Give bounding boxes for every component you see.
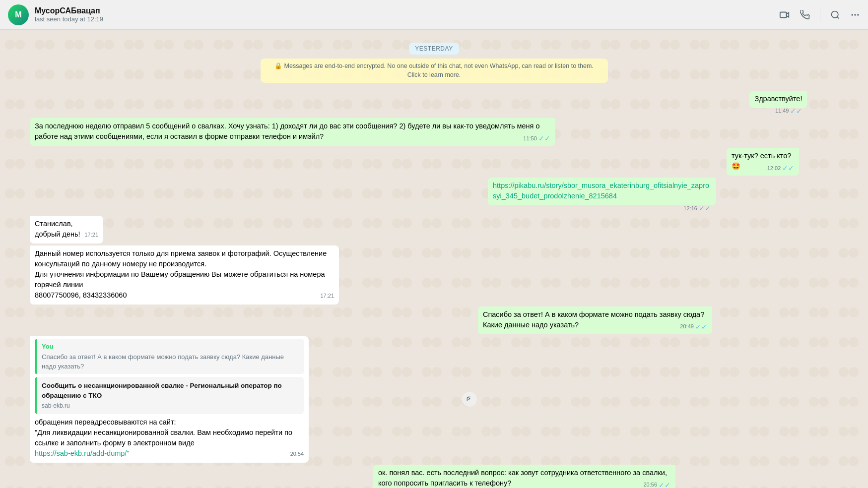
message-row: You Спасибо за ответ! А в каком формате … — [30, 336, 838, 463]
sent-bubble: Здравствуйте!11:49 ✓✓ — [749, 91, 807, 108]
message-link[interactable]: https://pikabu.ru/story/sbor_musora_ekat… — [493, 181, 711, 201]
date-badge: YESTERDAY — [30, 44, 838, 53]
svg-line-2 — [837, 16, 839, 18]
contact-name: МусорСАБвацап — [35, 6, 779, 15]
header-divider — [820, 9, 820, 21]
search-icon[interactable] — [830, 10, 840, 20]
message-time: 17:21 — [85, 231, 99, 239]
bubble-container: тук-тук? есть кто? 🤩12:02 ✓✓ — [727, 148, 838, 176]
bubble-container: Станислав, добрый день!17:21 — [30, 216, 143, 244]
message-time: 20:54 — [290, 450, 304, 458]
svg-rect-0 — [780, 12, 787, 17]
bubble-container: Спасибо за ответ! А в каком формате можн… — [478, 306, 838, 334]
header-actions — [779, 9, 860, 21]
contact-status: last seen today at 12:19 — [35, 15, 779, 23]
message-row: За последнюю неделю отправил 5 сообщений… — [30, 118, 838, 146]
message-row: ок. понял вас. есть последний вопрос: ка… — [30, 465, 838, 488]
bubble-container: За последнюю неделю отправил 5 сообщений… — [30, 118, 838, 146]
received-bubble: You Спасибо за ответ! А в каком формате … — [30, 336, 309, 463]
sent-bubble: тук-тук? есть кто? 🤩12:02 ✓✓ — [727, 148, 799, 176]
message-text: Здравствуйте! — [754, 95, 802, 103]
message-time: 11:50 ✓✓ — [523, 133, 550, 143]
received-bubble: Станислав, добрый день!17:21 — [30, 216, 103, 244]
read-checkmarks: ✓✓ — [538, 133, 550, 143]
contact-info[interactable]: МусорСАБвацап last seen today at 12:19 — [35, 6, 779, 23]
read-checkmarks: ✓✓ — [659, 480, 670, 488]
more-options-icon[interactable] — [850, 10, 860, 20]
phone-call-icon[interactable] — [800, 10, 810, 20]
sent-bubble: Спасибо за ответ! А в каком формате можн… — [478, 306, 712, 334]
message-text: ок. понял вас. есть последний вопрос: ка… — [378, 469, 667, 487]
bubble-container: You Спасибо за ответ! А в каком формате … — [30, 336, 459, 463]
bubble-container: https://pikabu.ru/story/sbor_musora_ekat… — [488, 178, 838, 213]
read-checkmarks: ✓✓ — [790, 106, 802, 116]
message-text: За последнюю неделю отправил 5 сообщений… — [35, 122, 540, 140]
message-time: 17:21 — [320, 292, 334, 300]
quoted-block: You Спасибо за ответ! А в каком формате … — [35, 339, 304, 374]
svg-point-1 — [832, 11, 838, 17]
forward-icon[interactable] — [462, 392, 477, 407]
link-anchor[interactable]: https://sab-ekb.ru/add-dump/" — [35, 449, 130, 457]
bubble-container: Здравствуйте!11:49 ✓✓ — [749, 91, 838, 116]
video-call-icon[interactable] — [779, 9, 790, 20]
message-time: 20:49 ✓✓ — [680, 322, 707, 332]
svg-point-4 — [854, 14, 856, 15]
message-row: https://pikabu.ru/story/sbor_musora_ekat… — [30, 178, 838, 213]
message-row: Данный номер используется только для при… — [30, 245, 838, 305]
link-preview-url: sab-ekb.ru — [42, 402, 299, 410]
message-row: Здравствуйте!11:49 ✓✓ — [30, 91, 838, 116]
message-time: 12:02 ✓✓ — [767, 163, 795, 173]
encryption-notice[interactable]: 🔒 Messages are end-to-end encrypted. No … — [261, 59, 608, 83]
read-checkmarks: ✓✓ — [699, 203, 711, 213]
link-preview-title: Сообщить о несанкционированной свалке - … — [42, 381, 299, 400]
sent-bubble: За последнюю неделю отправил 5 сообщений… — [30, 118, 555, 146]
link-preview: Сообщить о несанкционированной свалке - … — [35, 377, 304, 414]
message-text: Спасибо за ответ! А в каком формате можн… — [483, 310, 704, 329]
message-row: Станислав, добрый день!17:21 — [30, 216, 838, 244]
message-text: Данный номер используется только для при… — [35, 249, 327, 299]
message-row: тук-тук? есть кто? 🤩12:02 ✓✓ — [30, 148, 838, 176]
svg-point-3 — [852, 14, 853, 15]
read-checkmarks: ✓✓ — [695, 322, 707, 332]
message-time: 20:56 ✓✓ — [643, 480, 670, 488]
message-time: 11:49 ✓✓ — [775, 106, 802, 116]
chat-area: YESTERDAY 🔒 Messages are end-to-end encr… — [0, 30, 868, 488]
read-checkmarks: ✓✓ — [782, 163, 794, 173]
quoted-text: Спасибо за ответ! А в каком формате можн… — [42, 353, 299, 371]
chat-header: М МусорСАБвацап last seen today at 12:19 — [0, 0, 868, 30]
link-anchor[interactable]: https://pikabu.ru/story/sbor_musora_ekat… — [493, 182, 709, 200]
bubble-container: ок. понял вас. есть последний вопрос: ка… — [373, 465, 838, 488]
message-text: обращения переадресовываются на сайт:"Дл… — [35, 418, 292, 447]
quoted-sender: You — [42, 342, 299, 352]
message-text: Станислав, добрый день! — [35, 220, 80, 238]
received-bubble: Данный номер используется только для при… — [30, 245, 339, 305]
sent-bubble: https://pikabu.ru/story/sbor_musora_ekat… — [488, 178, 716, 205]
bubble-container: Данный номер используется только для при… — [30, 245, 506, 305]
message-row: Спасибо за ответ! А в каком формате можн… — [30, 306, 838, 334]
avatar[interactable]: М — [8, 4, 29, 25]
svg-point-5 — [857, 14, 859, 15]
message-time: 12:16 ✓✓ — [683, 203, 711, 213]
sent-bubble: ок. понял вас. есть последний вопрос: ка… — [373, 465, 675, 488]
